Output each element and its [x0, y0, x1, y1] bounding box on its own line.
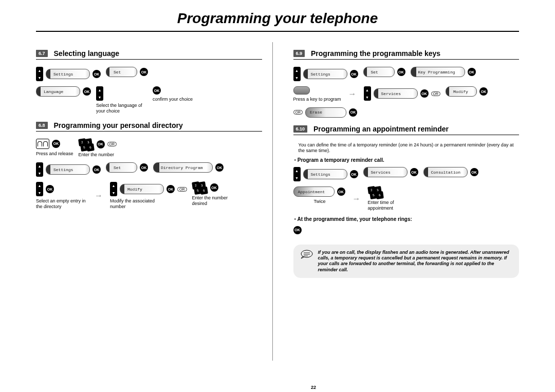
- ok-icon: OK: [153, 86, 161, 95]
- ok-icon: OK: [350, 70, 358, 78]
- caption: Enter the number desired: [192, 195, 244, 207]
- caption: Enter time of appointment: [368, 200, 419, 211]
- caption: Press a key to program: [293, 97, 341, 102]
- ok-icon: OK: [92, 70, 101, 78]
- svg-point-0: [301, 250, 312, 257]
- pill-settings: Settings: [46, 69, 90, 79]
- pill-set: Set: [106, 162, 137, 173]
- directory-book-icon: [36, 139, 49, 149]
- or-badge: OR: [177, 187, 187, 192]
- nav-updown-icon: ▲▼: [364, 86, 371, 101]
- caption: Press and release: [36, 151, 73, 157]
- caption: Modify the associated number: [110, 198, 161, 210]
- ok-icon: OK: [337, 188, 345, 196]
- nav-updown-icon: ▲▼: [293, 67, 301, 81]
- pill-consultation: Consultation: [423, 167, 468, 177]
- ok-icon: OK: [349, 108, 357, 117]
- pill-set: Set: [363, 67, 395, 77]
- or-badge: OR: [431, 91, 441, 96]
- caption: confirm your choice: [153, 97, 193, 102]
- pill-services: Services: [363, 167, 408, 177]
- ok-icon: OK: [166, 185, 175, 193]
- ok-icon: OK: [468, 68, 476, 76]
- section-header-6-7: 6.7 Selecting language: [36, 49, 262, 60]
- section-header-6-8: 6.8 Programming your personal directory: [36, 121, 262, 132]
- nav-updown-icon: ▲▼: [36, 67, 43, 81]
- speech-bubble-icon: [301, 250, 313, 259]
- pill-modify: Modify: [446, 86, 477, 97]
- arrow-icon: →: [350, 194, 363, 203]
- pill-services: Services: [374, 88, 418, 99]
- section-number: 6.7: [36, 50, 48, 57]
- arrow-icon: →: [346, 89, 359, 99]
- note-box: If you are on call, the display flashes …: [293, 245, 520, 278]
- section-number: 6.9: [293, 50, 305, 57]
- ok-icon: OK: [210, 183, 218, 192]
- section-title: Programming your personal directory: [54, 121, 183, 129]
- pill-directory-program: Directory Program: [153, 162, 213, 173]
- pill-language: Language: [36, 86, 80, 97]
- pill-key-programming: Key Programming: [411, 67, 465, 77]
- section-number: 6.10: [293, 125, 308, 133]
- pill-modify: Modify: [120, 184, 164, 194]
- bullet-program-temp: Program a temporary reminder call.: [294, 157, 520, 163]
- ok-icon: OK: [479, 87, 488, 96]
- ok-icon: OK: [350, 170, 358, 178]
- nav-updown-icon: ▲▼: [293, 167, 301, 181]
- right-column: 6.9 Programming the programmable keys ▲▼…: [288, 42, 520, 361]
- ok-icon: OK: [397, 68, 405, 76]
- nav-updown-icon: ▲▼: [36, 182, 43, 196]
- pill-erase: Erase: [305, 107, 346, 118]
- note-text: If you are on call, the display flashes …: [318, 250, 512, 273]
- ok-icon: OK: [140, 68, 148, 76]
- caption: Twice: [293, 199, 326, 204]
- nav-updown-icon: ▲▼: [110, 182, 117, 196]
- ok-icon: OK: [52, 140, 60, 148]
- section-number: 6.8: [36, 122, 48, 129]
- ok-icon: OK: [410, 168, 418, 176]
- section-header-6-9: 6.9 Programming the programmable keys: [293, 49, 520, 60]
- or-badge: OR: [107, 142, 117, 146]
- arrow-icon: →: [92, 191, 105, 200]
- ok-icon: OK: [470, 168, 478, 176]
- or-badge: OR: [293, 110, 303, 115]
- ok-icon: OK: [215, 163, 224, 172]
- pill-settings: Settings: [46, 164, 90, 175]
- caption: Select an empty entry in the directory: [36, 198, 87, 210]
- pill-settings: Settings: [303, 69, 347, 79]
- section-title: Selecting language: [54, 49, 120, 58]
- section-title: Programming the programmable keys: [311, 49, 440, 58]
- nav-updown-icon: ▲▼: [96, 86, 103, 101]
- keypad-icon: 2356: [368, 186, 383, 198]
- left-column: 6.7 Selecting language ▲▼ Settings OK Se…: [36, 42, 273, 361]
- caption: Select the language of your choice: [96, 103, 147, 114]
- page-number: 22: [36, 385, 555, 390]
- ok-icon: OK: [293, 226, 302, 234]
- section-title: Programming an appointment reminder: [313, 125, 449, 133]
- ok-icon: OK: [83, 87, 91, 96]
- programmable-key-icon: [293, 86, 310, 95]
- ok-icon: OK: [46, 185, 54, 193]
- ok-icon: OK: [97, 140, 105, 148]
- section-header-6-10: 6.10 Programming an appointment reminder: [293, 125, 520, 135]
- intro-text: You can define the time of a temporary r…: [299, 142, 520, 154]
- ok-icon: OK: [92, 165, 101, 174]
- pill-set: Set: [106, 67, 137, 77]
- ok-icon: OK: [140, 163, 148, 172]
- nav-updown-icon: ▲▼: [36, 162, 43, 177]
- page-title: Programming your telephone: [36, 10, 519, 32]
- keypad-icon: 2356: [192, 182, 208, 193]
- ok-icon: OK: [420, 89, 429, 98]
- bullet-at-programmed: At the programmed time, your telephone r…: [294, 216, 520, 222]
- pill-settings: Settings: [303, 169, 347, 179]
- caption: Enter the number: [79, 152, 115, 158]
- keypad-icon: 2356: [79, 139, 94, 150]
- pill-appointment: Appointment: [293, 186, 335, 197]
